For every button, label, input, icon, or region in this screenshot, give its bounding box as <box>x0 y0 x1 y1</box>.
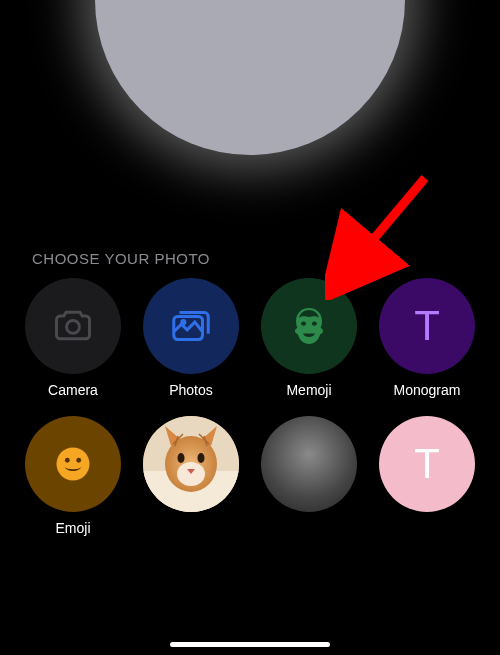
section-title: CHOOSE YOUR PHOTO <box>32 250 210 267</box>
option-memoji[interactable]: Memoji <box>260 278 358 398</box>
home-indicator[interactable] <box>170 642 330 647</box>
monogram-letter: T <box>414 440 440 488</box>
suggested-gray-circle <box>261 416 357 512</box>
photos-circle <box>143 278 239 374</box>
camera-circle <box>25 278 121 374</box>
option-monogram[interactable]: T Monogram <box>378 278 476 398</box>
option-suggested-pink-monogram[interactable]: T <box>378 416 476 536</box>
emoji-icon <box>55 446 91 482</box>
memoji-icon <box>285 302 333 350</box>
option-photos[interactable]: Photos <box>142 278 240 398</box>
svg-point-2 <box>182 321 185 324</box>
option-emoji[interactable]: Emoji <box>24 416 122 536</box>
option-label <box>189 520 193 536</box>
emoji-circle <box>25 416 121 512</box>
option-label: Camera <box>48 382 98 398</box>
option-label: Monogram <box>394 382 461 398</box>
option-label <box>307 520 311 536</box>
monogram-letter: T <box>414 302 440 350</box>
svg-point-5 <box>76 458 81 463</box>
option-suggested-photo-1[interactable] <box>142 416 240 536</box>
svg-line-12 <box>335 178 425 285</box>
option-label: Emoji <box>55 520 90 536</box>
monogram-circle: T <box>379 278 475 374</box>
option-label: Memoji <box>286 382 331 398</box>
option-label: Photos <box>169 382 213 398</box>
svg-point-4 <box>65 458 70 463</box>
avatar-preview <box>95 0 405 155</box>
kitten-image <box>143 416 239 512</box>
svg-point-10 <box>178 453 185 463</box>
pink-monogram-circle: T <box>379 416 475 512</box>
svg-point-3 <box>57 448 90 481</box>
svg-point-11 <box>198 453 205 463</box>
option-camera[interactable]: Camera <box>24 278 122 398</box>
svg-point-0 <box>67 321 80 334</box>
photo-options-grid: Camera Photos Memoji T Monogram <box>24 278 476 536</box>
suggested-photo-kitten <box>143 416 239 512</box>
camera-icon <box>51 304 95 348</box>
memoji-circle <box>261 278 357 374</box>
option-suggested-gray[interactable] <box>260 416 358 536</box>
photos-icon <box>168 303 214 349</box>
option-label <box>425 520 429 536</box>
